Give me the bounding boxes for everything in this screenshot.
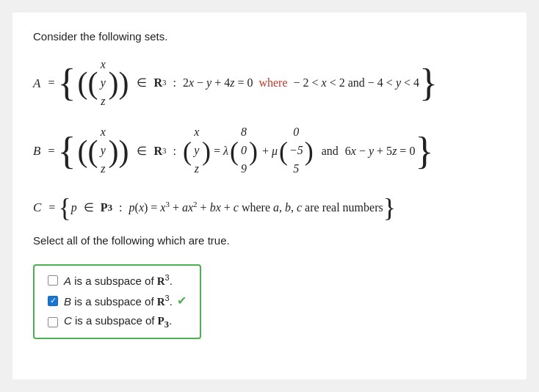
set-b-and: and [319, 142, 341, 161]
mat-a-col: x y z [99, 56, 106, 110]
set-a-left-brace: { [57, 64, 76, 102]
set-c-left-brace: { [58, 195, 70, 221]
checkbox-item-a[interactable]: A is a subspace of R3. [48, 273, 187, 288]
mv-col: 0 −5 5 [289, 123, 303, 178]
set-b-r3: R [153, 142, 162, 161]
set-a-equals: = [45, 73, 57, 92]
checkbox-section: A is a subspace of R3. B is a subspace o… [33, 260, 506, 339]
select-instruction: Select all of the following which are tr… [33, 234, 506, 247]
set-b-lambda: λ [223, 142, 228, 161]
set-c-p: p [71, 198, 77, 217]
set-c-equals: = [46, 198, 58, 217]
checkbox-a-label: A is a subspace of R3. [64, 273, 173, 288]
set-b-colon: : [170, 142, 178, 161]
set-c-label: C [33, 197, 41, 217]
bv-rp: ) [202, 138, 211, 164]
mat-a-lp2: ( [87, 68, 98, 98]
set-b-equals: = [45, 142, 57, 161]
mat-a-lp1: ( [77, 68, 87, 98]
checkbox-b-label: B is a subspace of R3. [64, 294, 173, 308]
set-b-mu: μ [272, 142, 278, 161]
checkbox-item-c[interactable]: C is a subspace of P3. [48, 314, 187, 330]
set-c-equation: p(x) = x3 + ax2 + bx + c where a, b, c a… [129, 198, 383, 217]
set-a-right-brace: } [419, 64, 438, 102]
mat-b-lp2: ( [87, 136, 98, 167]
set-a-equation: 2x − y + 4z = 0 where − 2 < x < 2 and − … [183, 73, 419, 92]
set-c-element: ∈ [81, 198, 97, 217]
lv-col: 8 0 9 [240, 123, 247, 178]
set-b-plus: + [259, 142, 272, 161]
set-a-element: ∈ [134, 73, 150, 92]
bv-lp: ( [183, 138, 192, 164]
mat-a-rp2: ) [118, 68, 129, 98]
mv-lp: ( [279, 138, 288, 164]
mv-rp: ) [305, 138, 314, 164]
set-a-r3: R [153, 73, 162, 92]
set-c: C = { p ∈ P3 : p(x) = x3 + ax2 + bx + c … [33, 195, 506, 221]
set-a-r3-exp: 3 [162, 76, 167, 90]
bv-col: x y z [193, 123, 200, 178]
set-b-left-brace: { [57, 132, 76, 170]
set-a-colon: : [170, 73, 178, 92]
mat-b-rp1: ) [108, 136, 118, 167]
set-a-label: A [33, 73, 40, 93]
lv-lp: ( [230, 138, 239, 164]
checkbox-b[interactable] [48, 296, 58, 306]
checkbox-c-label: C is a subspace of P3. [64, 314, 172, 330]
correct-check-icon-b: ✔ [177, 294, 187, 308]
set-b: B = { ( ( x y z ) ) ∈ R3 : ( x y z [33, 123, 506, 178]
mat-a-rp1: ) [108, 68, 118, 98]
set-b-element: ∈ [134, 142, 150, 161]
checkbox-a[interactable] [48, 275, 58, 286]
intro-text: Consider the following sets. [33, 30, 506, 43]
set-c-p3-sub: 3 [107, 200, 112, 215]
mat-b-col: x y z [99, 123, 106, 178]
set-b-r3-exp: 3 [162, 145, 167, 158]
checkbox-c[interactable] [48, 317, 58, 327]
set-b-eq: = [211, 142, 223, 161]
checkbox-item-b[interactable]: B is a subspace of R3. ✔ [48, 294, 187, 308]
mat-b-rp2: ) [118, 136, 129, 167]
set-b-equation2: 6x − y + 5z = 0 [345, 142, 416, 161]
checkbox-box: A is a subspace of R3. B is a subspace o… [33, 264, 201, 339]
set-a: A = { ( ( x y z ) ) ∈ R3 : 2x − y + 4z =… [33, 56, 506, 110]
page: Consider the following sets. A = { ( ( x… [12, 12, 527, 380]
set-b-label: B [33, 141, 40, 161]
lv-rp: ) [249, 138, 258, 164]
set-c-right-brace: } [383, 195, 396, 221]
mat-b-lp1: ( [77, 136, 87, 167]
set-b-right-brace: } [415, 132, 433, 170]
set-c-p3: P [101, 198, 108, 217]
set-c-colon: : [116, 198, 125, 217]
